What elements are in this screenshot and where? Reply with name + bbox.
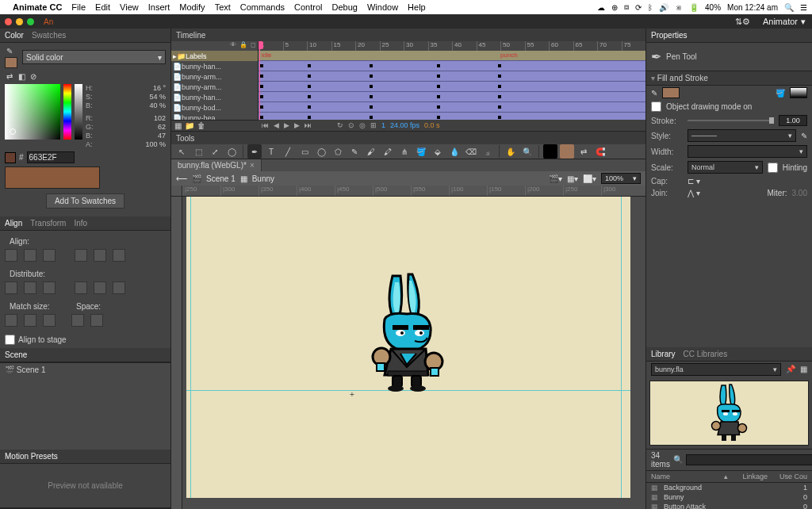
no-color-icon[interactable]: ⊘ bbox=[29, 71, 38, 81]
edit-symbol-icon[interactable]: ▦▾ bbox=[567, 174, 578, 183]
color-field[interactable] bbox=[5, 84, 60, 140]
style-select[interactable]: ─────▾ bbox=[688, 129, 796, 142]
menu-commands[interactable]: Commands bbox=[240, 2, 285, 12]
polystar-tool[interactable]: ⬠ bbox=[331, 144, 345, 159]
col-linkage[interactable]: Linkage bbox=[728, 473, 768, 480]
layer-item[interactable]: 📄 bunny-bod... bbox=[171, 102, 258, 113]
stroke-value-input[interactable] bbox=[779, 115, 807, 126]
swap-colors-icon[interactable]: ⇄ bbox=[5, 71, 14, 81]
distribute-hcenter-button[interactable] bbox=[94, 281, 106, 294]
fill-stroke-section[interactable]: Fill and Stroke bbox=[646, 71, 812, 86]
col-name[interactable]: Name bbox=[651, 473, 724, 480]
align-bottom-button[interactable] bbox=[113, 249, 125, 262]
tab-properties[interactable]: Properties bbox=[651, 31, 688, 40]
window-close-button[interactable] bbox=[5, 18, 12, 25]
stroke-swatch-icon[interactable]: ✎ bbox=[651, 89, 657, 98]
loop-icon[interactable]: ↻ bbox=[337, 121, 343, 129]
distribute-left-button[interactable] bbox=[75, 281, 87, 294]
default-colors-icon[interactable]: ◧ bbox=[17, 71, 26, 81]
fill-color-swatch[interactable] bbox=[5, 57, 17, 68]
align-top-button[interactable] bbox=[75, 249, 87, 262]
align-hcenter-button[interactable] bbox=[24, 249, 36, 262]
menu-modify[interactable]: Modify bbox=[179, 2, 205, 12]
layer-item[interactable]: 📄 bunny-han... bbox=[171, 92, 258, 102]
guide-vertical[interactable] bbox=[190, 197, 191, 498]
breadcrumb-scene[interactable]: Scene 1 bbox=[206, 174, 236, 183]
library-doc-select[interactable]: bunny.fla▾ bbox=[651, 363, 781, 376]
track-row[interactable] bbox=[259, 113, 645, 120]
new-layer-icon[interactable]: ▦ bbox=[174, 121, 182, 130]
layer-item[interactable]: 📄 bunny-arm... bbox=[171, 82, 258, 92]
edit-scene-icon[interactable]: 🎬▾ bbox=[549, 174, 562, 183]
cc-icon[interactable]: ⊕ bbox=[611, 3, 618, 12]
hand-tool[interactable]: ✋ bbox=[504, 144, 518, 159]
swap-colors-tool-icon[interactable]: ⇄ bbox=[576, 144, 591, 159]
guide-vertical[interactable] bbox=[621, 197, 622, 498]
stage-color-icon[interactable]: ⬜▾ bbox=[583, 174, 596, 183]
track-row[interactable] bbox=[259, 82, 645, 92]
text-tool[interactable]: T bbox=[264, 144, 278, 159]
tab-motion-presets[interactable]: Motion Presets bbox=[5, 452, 58, 461]
distribute-bottom-button[interactable] bbox=[43, 281, 56, 294]
subselection-tool[interactable]: ⬚ bbox=[191, 144, 205, 159]
visibility-column-icon[interactable]: 👁 bbox=[230, 41, 236, 51]
stroke-swatch[interactable] bbox=[790, 87, 807, 98]
stroke-color-icon[interactable]: ✎ bbox=[5, 46, 14, 55]
ink-bottle-tool[interactable]: ⬙ bbox=[431, 144, 445, 159]
menu-insert[interactable]: Insert bbox=[148, 2, 170, 12]
workspace-switcher[interactable]: Animator ▾ bbox=[756, 17, 812, 27]
bluetooth-icon[interactable]: ᛒ bbox=[648, 3, 653, 12]
edit-style-icon[interactable]: ✎ bbox=[801, 132, 807, 140]
window-zoom-button[interactable] bbox=[27, 18, 34, 25]
sync-icon[interactable]: ⟳ bbox=[635, 3, 642, 12]
space-h-button[interactable] bbox=[90, 314, 103, 327]
distribute-right-button[interactable] bbox=[113, 281, 125, 294]
menu-debug[interactable]: Debug bbox=[332, 2, 358, 12]
goto-first-icon[interactable]: ⏮ bbox=[262, 121, 269, 129]
color-s[interactable]: 54 % bbox=[149, 93, 166, 101]
tab-align[interactable]: Align bbox=[5, 219, 22, 228]
current-frame[interactable]: 1 bbox=[381, 121, 385, 129]
library-search-input[interactable] bbox=[686, 454, 812, 465]
tab-library[interactable]: Library bbox=[651, 350, 676, 358]
layer-labels[interactable]: ▸📁 Labels bbox=[171, 51, 258, 61]
notification-icon[interactable]: ☰ bbox=[800, 3, 807, 12]
add-to-swatches-button[interactable]: Add To Swatches bbox=[46, 193, 124, 209]
volume-icon[interactable]: 🔊 bbox=[659, 3, 668, 12]
cap-select[interactable]: ⊏ ▾ bbox=[688, 177, 700, 186]
free-transform-tool[interactable]: ⤢ bbox=[208, 144, 222, 159]
library-item[interactable]: ▦Button Attack0 bbox=[646, 502, 812, 510]
align-right-button[interactable] bbox=[43, 249, 56, 262]
bone-tool[interactable]: ⋔ bbox=[397, 144, 412, 159]
timeline-tracks[interactable]: 151015202530354045505560657075 idle punc… bbox=[259, 41, 645, 120]
menu-help[interactable]: Help bbox=[408, 2, 426, 12]
object-drawing-checkbox[interactable] bbox=[651, 101, 661, 112]
align-left-button[interactable] bbox=[5, 249, 17, 262]
color-g[interactable]: 62 bbox=[158, 123, 166, 131]
clock[interactable]: Mon 12:24 am bbox=[727, 3, 778, 12]
width-tool[interactable]: ⟓ bbox=[481, 144, 495, 159]
track-row[interactable] bbox=[259, 92, 645, 102]
tab-swatches[interactable]: Swatches bbox=[32, 31, 66, 40]
cloud-icon[interactable]: ☁ bbox=[597, 3, 605, 12]
paint-bucket-prop-icon[interactable]: 🪣 bbox=[776, 89, 785, 98]
width-select[interactable]: ▾ bbox=[688, 145, 807, 158]
playhead[interactable] bbox=[259, 41, 260, 120]
color-h[interactable]: 16 ° bbox=[153, 84, 166, 92]
space-v-button[interactable] bbox=[71, 314, 84, 327]
fps-display[interactable]: 24.00 fps bbox=[390, 121, 419, 129]
zoom-tool[interactable]: 🔍 bbox=[520, 144, 534, 159]
pencil-tool[interactable]: ✎ bbox=[347, 144, 362, 159]
wifi-icon[interactable]: ⨳ bbox=[675, 3, 683, 12]
back-icon[interactable]: ⟵ bbox=[176, 174, 187, 183]
onion-outline-icon[interactable]: ◎ bbox=[359, 121, 366, 129]
stroke-color-tool[interactable] bbox=[543, 144, 557, 159]
breadcrumb-symbol[interactable]: Bunny bbox=[252, 174, 274, 183]
menu-text[interactable]: Text bbox=[215, 2, 231, 12]
horizontal-ruler[interactable]: |250|300|350|400|450|500|550|100|150|200… bbox=[171, 186, 645, 197]
color-type-select[interactable]: Solid color ▾ bbox=[22, 50, 166, 64]
hue-slider[interactable] bbox=[63, 84, 71, 140]
tab-transform[interactable]: Transform bbox=[30, 219, 66, 228]
outline-column-icon[interactable]: ◻ bbox=[251, 41, 256, 51]
library-item[interactable]: ▦Background1 bbox=[646, 483, 812, 492]
